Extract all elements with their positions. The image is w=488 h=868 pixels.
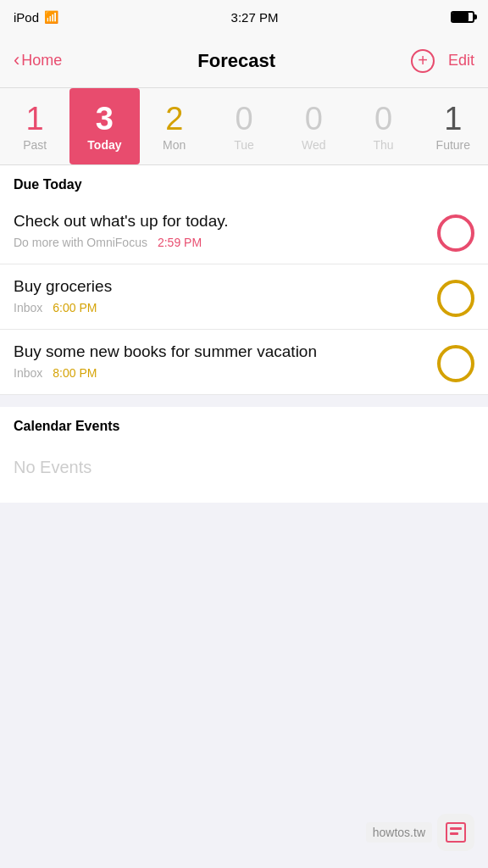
add-button[interactable]: + — [411, 49, 435, 73]
day-item-mon[interactable]: 2 Mon — [140, 88, 209, 164]
day-label-past: Past — [23, 138, 47, 152]
app-icon — [444, 821, 468, 844]
task-title: Buy groceries — [14, 276, 427, 298]
battery-level — [452, 13, 469, 21]
day-label-wed: Wed — [302, 138, 326, 152]
task-location: Inbox — [14, 301, 42, 314]
main-content: Due Today Check out what's up for today.… — [0, 165, 488, 503]
watermark-icon — [437, 814, 474, 851]
battery-icon — [451, 11, 474, 23]
day-number-thu: 0 — [374, 103, 392, 135]
status-bar: iPod 📶 3:27 PM — [0, 0, 488, 34]
device-name: iPod — [14, 10, 39, 25]
day-number-today: 3 — [96, 103, 114, 135]
day-label-thu: Thu — [373, 138, 393, 152]
status-battery — [451, 11, 474, 23]
day-number-mon: 2 — [165, 103, 183, 135]
day-item-thu[interactable]: 0 Thu — [348, 88, 418, 164]
day-item-past[interactable]: 1 Past — [0, 88, 69, 164]
back-label: Home — [21, 52, 62, 70]
day-item-wed[interactable]: 0 Wed — [279, 88, 348, 164]
day-number-wed: 0 — [305, 103, 323, 135]
task-content: Check out what's up for today. Do more w… — [14, 211, 437, 249]
task-location: Do more with OmniFocus — [14, 236, 147, 249]
day-item-today[interactable]: 3 Today — [69, 88, 139, 164]
nav-actions: + Edit — [411, 49, 474, 73]
add-icon: + — [418, 51, 428, 70]
back-button[interactable]: ‹ Home — [14, 52, 62, 70]
svg-rect-2 — [450, 832, 458, 835]
watermark-text: howtos.tw — [366, 822, 432, 843]
day-number-future: 1 — [444, 103, 462, 135]
day-label-mon: Mon — [163, 138, 186, 152]
day-label-today: Today — [87, 138, 121, 152]
day-number-tue: 0 — [235, 103, 252, 135]
day-number-past: 1 — [26, 103, 44, 135]
day-label-tue: Tue — [234, 138, 254, 152]
wifi-icon: 📶 — [44, 10, 58, 24]
section-divider — [0, 395, 488, 407]
task-meta: Inbox 8:00 PM — [14, 366, 427, 380]
status-device: iPod 📶 — [14, 10, 58, 25]
task-meta: Inbox 6:00 PM — [14, 301, 427, 314]
back-chevron-icon: ‹ — [14, 51, 19, 70]
task-meta: Do more with OmniFocus 2:59 PM — [14, 236, 427, 249]
task-row[interactable]: Buy some new books for summer vacation I… — [0, 330, 488, 395]
task-complete-circle[interactable] — [437, 280, 474, 317]
calendar-events-header: Calendar Events — [0, 407, 488, 441]
page-title: Forecast — [197, 50, 275, 72]
task-time: 6:00 PM — [53, 301, 97, 314]
day-selector: 1 Past 3 Today 2 Mon 0 Tue 0 Wed 0 Thu 1… — [0, 88, 488, 165]
svg-rect-1 — [450, 827, 462, 830]
task-time: 2:59 PM — [158, 236, 202, 249]
task-time: 8:00 PM — [53, 366, 97, 380]
task-location: Inbox — [14, 366, 42, 380]
due-today-header: Due Today — [0, 165, 488, 199]
day-label-future: Future — [436, 138, 470, 152]
no-events-label: No Events — [0, 441, 488, 503]
task-complete-circle[interactable] — [437, 214, 474, 252]
task-row[interactable]: Check out what's up for today. Do more w… — [0, 199, 488, 264]
navigation-bar: ‹ Home Forecast + Edit — [0, 34, 488, 88]
edit-button[interactable]: Edit — [448, 52, 474, 70]
task-row[interactable]: Buy groceries Inbox 6:00 PM — [0, 264, 488, 330]
task-complete-circle[interactable] — [437, 345, 474, 382]
task-title: Buy some new books for summer vacation — [14, 342, 427, 363]
task-content: Buy some new books for summer vacation I… — [14, 342, 437, 380]
task-title: Check out what's up for today. — [14, 211, 427, 232]
day-item-future[interactable]: 1 Future — [419, 88, 488, 164]
task-content: Buy groceries Inbox 6:00 PM — [14, 276, 437, 314]
status-time: 3:27 PM — [231, 10, 279, 25]
day-item-tue[interactable]: 0 Tue — [209, 88, 279, 164]
watermark: howtos.tw — [366, 814, 474, 851]
